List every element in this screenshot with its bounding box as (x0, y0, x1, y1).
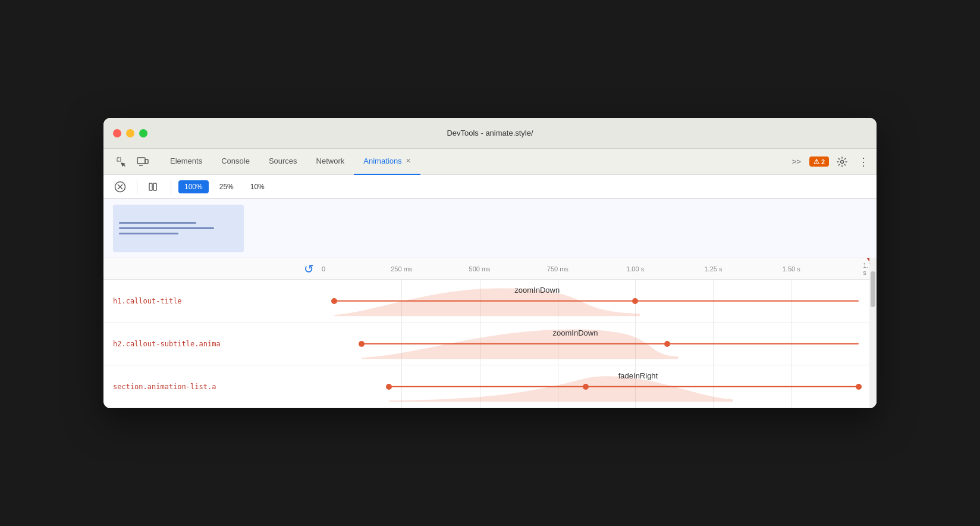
ruler-ticks: 0 250 ms 500 ms 750 ms 1.00 s 1.25 s 1.5… (323, 258, 869, 279)
scrollbar-thumb[interactable] (871, 271, 875, 307)
timeline-area: ↺ 0 250 ms 500 ms 750 ms 1.00 s 1.25 s 1… (103, 258, 877, 408)
anim-start-dot-2[interactable] (359, 341, 365, 347)
columns-button[interactable] (145, 177, 164, 196)
traffic-lights (113, 129, 147, 137)
tick-0: 0 (322, 265, 325, 273)
warning-icon: ⚠ (813, 158, 819, 165)
tick-1s: 1.00 s (626, 265, 644, 273)
preview-box (113, 205, 244, 252)
speed-10-button[interactable]: 10% (244, 180, 271, 193)
anim-label-1: h1.callout-title (103, 297, 323, 305)
svg-rect-2 (145, 159, 148, 164)
responsive-icon[interactable] (134, 154, 151, 170)
animation-row-1[interactable]: h1.callout-title (103, 280, 869, 323)
tick-500: 500 ms (469, 265, 491, 273)
anim-start-dot-3[interactable] (386, 384, 392, 390)
speed-25-button[interactable]: 25% (213, 180, 240, 193)
devtools-body: Elements Console Sources Network Animati… (103, 149, 877, 408)
tab-network[interactable]: Network (307, 149, 354, 175)
tick-250: 250 ms (391, 265, 412, 273)
replay-button[interactable]: ↺ (304, 262, 314, 276)
svg-rect-1 (137, 158, 145, 164)
animation-row-2[interactable]: h2.callout-subtitle.anima zoomInDown (103, 323, 869, 365)
anim-start-dot-1[interactable] (331, 298, 337, 304)
tab-sources[interactable]: Sources (259, 149, 307, 175)
preview-line-1 (119, 222, 196, 224)
anim-mid-dot-3[interactable] (583, 384, 589, 390)
svg-point-4 (841, 160, 844, 163)
preview-line-2 (119, 227, 214, 229)
animation-row-3[interactable]: section.animation-list.a fadeInRight (103, 365, 869, 408)
tabbar-icons (108, 154, 156, 170)
tab-close-icon[interactable]: ✕ (406, 157, 411, 165)
settings-icon[interactable] (834, 154, 850, 170)
tabbar-right: >> ⚠ 2 ⋮ (789, 154, 872, 170)
more-options-icon[interactable]: ⋮ (855, 154, 872, 170)
anim-name-3: fadeInRight (618, 371, 658, 380)
animation-toolbar: 100% 25% 10% (103, 175, 877, 199)
anim-label-3: section.animation-list.a (103, 383, 323, 391)
tabbar: Elements Console Sources Network Animati… (103, 149, 877, 175)
anim-track-1: ↔ zoomInDown (323, 280, 869, 322)
speed-100-button[interactable]: 100% (178, 180, 209, 193)
anim-track-2: zoomInDown (323, 323, 869, 365)
close-button[interactable] (113, 129, 121, 137)
anim-line-3 (389, 386, 858, 387)
warning-badge[interactable]: ⚠ 2 (809, 156, 829, 167)
anim-line-1 (334, 300, 858, 302)
toolbar-divider2 (171, 180, 171, 194)
animation-preview (103, 199, 877, 258)
preview-line-3 (119, 233, 178, 234)
window-title: DevTools - animate.style/ (447, 129, 533, 137)
drag-arrow: ↔ (334, 280, 347, 280)
anim-track-3: fadeInRight (323, 365, 869, 408)
anim-mid-dot-1[interactable] (632, 298, 638, 304)
anim-label-2: h2.callout-subtitle.anima (103, 340, 323, 348)
tick-750: 750 ms (547, 265, 568, 273)
devtools-window: DevTools - animate.style/ (103, 118, 877, 408)
anim-name-2: zoomInDown (553, 328, 598, 337)
tick-1-5: 1.50 s (783, 265, 800, 273)
pause-button[interactable] (111, 177, 130, 196)
ruler-left: ↺ (103, 262, 323, 276)
anim-mid-dot-2[interactable] (664, 341, 670, 347)
cursor-icon[interactable] (113, 154, 130, 170)
timeline-rows: ↺ 0 250 ms 500 ms 750 ms 1.00 s 1.25 s 1… (103, 258, 869, 408)
titlebar: DevTools - animate.style/ (103, 118, 877, 149)
anim-line-2 (362, 343, 858, 345)
svg-rect-0 (117, 158, 121, 161)
svg-rect-9 (153, 183, 156, 190)
tab-console[interactable]: Console (212, 149, 259, 175)
tab-elements[interactable]: Elements (161, 149, 212, 175)
anim-end-dot-3[interactable] (856, 384, 862, 390)
anim-name-1: zoomInDown (514, 286, 560, 295)
warning-count: 2 (821, 158, 825, 165)
more-tabs-button[interactable]: >> (789, 155, 805, 168)
svg-rect-8 (149, 183, 152, 190)
minimize-button[interactable] (126, 129, 134, 137)
scrollbar-track[interactable] (869, 258, 877, 408)
timeline-ruler: ↺ 0 250 ms 500 ms 750 ms 1.00 s 1.25 s 1… (103, 258, 869, 280)
tick-1-25: 1.25 s (704, 265, 722, 273)
maximize-button[interactable] (139, 129, 147, 137)
tab-animations[interactable]: Animations ✕ (354, 149, 420, 175)
toolbar-divider (137, 180, 137, 194)
